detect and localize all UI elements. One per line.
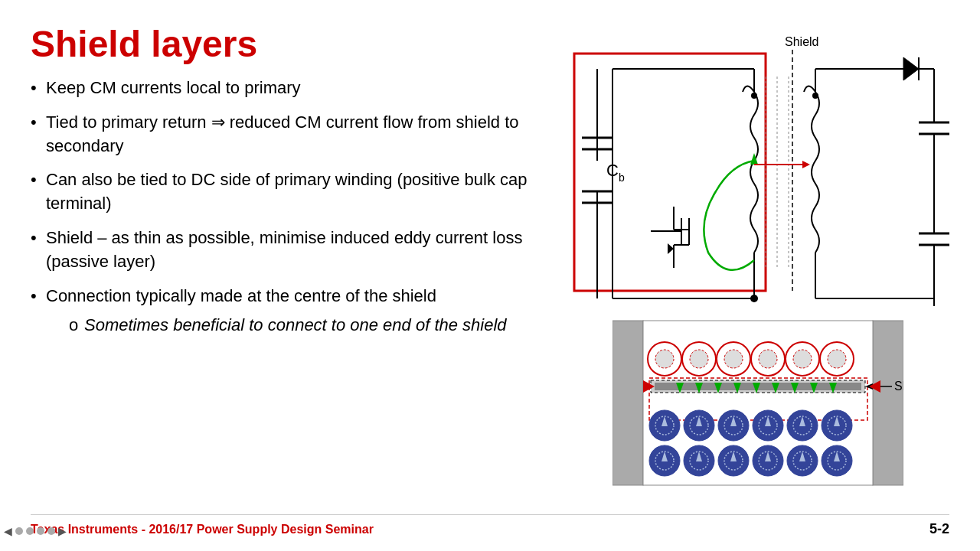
sub-bullet-list: Sometimes beneficial to connect to one e… xyxy=(46,314,551,337)
slide-number: 5-2 xyxy=(929,521,949,537)
nav-dot-1[interactable] xyxy=(15,527,23,535)
bullet-5: Connection typically made at the centre … xyxy=(31,285,551,338)
nav-next[interactable]: ▶ xyxy=(58,525,67,537)
svg-point-63 xyxy=(759,350,777,368)
secondary-winding xyxy=(804,57,949,306)
bullet-1: Keep CM currents local to primary xyxy=(31,77,551,100)
svg-rect-53 xyxy=(612,321,643,485)
svg-point-67 xyxy=(828,350,846,368)
svg-point-61 xyxy=(724,350,743,368)
svg-point-50 xyxy=(751,93,757,99)
svg-rect-54 xyxy=(873,321,903,485)
svg-marker-36 xyxy=(668,243,674,254)
svg-point-51 xyxy=(812,93,818,99)
svg-text:C: C xyxy=(606,161,619,180)
svg-rect-0 xyxy=(574,54,766,291)
input-cap: C b xyxy=(582,69,625,298)
sub-bullet-1: Sometimes beneficial to connect to one e… xyxy=(69,314,551,337)
svg-point-65 xyxy=(793,350,812,368)
bullet-2: Tied to primary return ⇒ reduced CM curr… xyxy=(31,111,551,158)
mosfet xyxy=(651,207,689,268)
circuit-diagram: Shield xyxy=(567,23,965,306)
svg-point-57 xyxy=(655,350,674,368)
footer-left: Texas Instruments - 2016/17 Power Supply… xyxy=(31,523,374,536)
right-diagrams: Shield xyxy=(567,23,965,492)
svg-point-59 xyxy=(690,350,708,368)
svg-marker-49 xyxy=(802,161,810,168)
nav-dot-3[interactable] xyxy=(37,527,44,535)
nav-dot-2[interactable] xyxy=(26,527,34,535)
svg-point-52 xyxy=(750,295,758,302)
left-content: Keep CM currents local to primary Tied t… xyxy=(31,77,551,348)
primary-winding xyxy=(612,69,789,298)
footer: Texas Instruments - 2016/17 Power Supply… xyxy=(31,514,949,537)
svg-marker-14 xyxy=(903,57,919,80)
transformer-cross-section: Shield xyxy=(612,313,903,489)
nav-dot-4[interactable] xyxy=(47,527,55,535)
slide: Shield layers Keep CM currents local to … xyxy=(0,0,980,551)
bullet-4: Shield – as thin as possible, minimise i… xyxy=(31,227,551,274)
shield-label-top: Shield xyxy=(785,35,818,48)
shield-label-right: Shield xyxy=(894,380,903,393)
cm-current-path xyxy=(704,153,810,270)
nav-prev[interactable]: ◀ xyxy=(4,525,12,537)
nav-controls[interactable]: ◀ ▶ xyxy=(4,525,67,537)
shield-layer xyxy=(651,380,865,393)
bullet-list: Keep CM currents local to primary Tied t… xyxy=(31,77,551,337)
bullet-3: Can also be tied to DC side of primary w… xyxy=(31,168,551,216)
svg-text:b: b xyxy=(619,171,625,184)
